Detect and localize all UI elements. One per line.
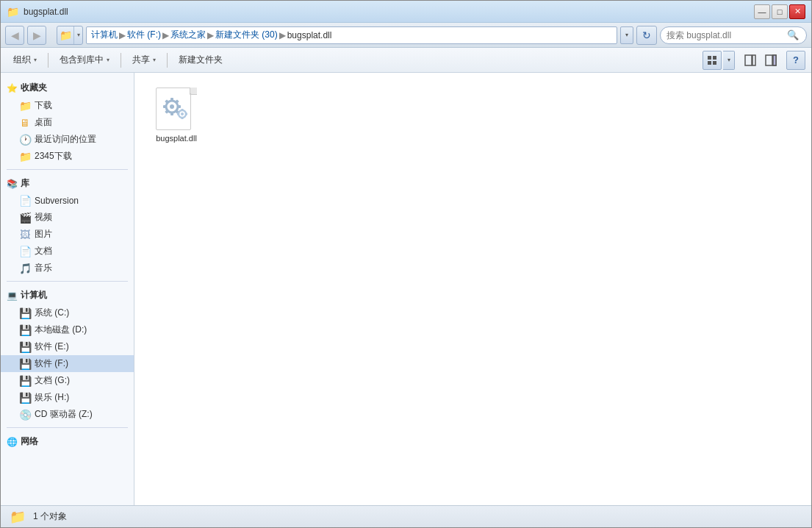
refresh-button[interactable]: ↻ xyxy=(636,26,657,45)
h-drive-icon: 💾 xyxy=(18,392,32,404)
svg-rect-22 xyxy=(182,117,184,119)
file-item-bugsplat[interactable]: bugsplat.dll xyxy=(143,82,209,148)
2345download-icon: 📁 xyxy=(18,151,32,163)
breadcrumb-folder2[interactable]: 新建文件夹 (30) xyxy=(215,29,278,41)
organize-dropdown-icon: ▾ xyxy=(34,57,37,63)
breadcrumb-computer[interactable]: 计算机 xyxy=(91,29,118,41)
breadcrumb-sep-4: ▶ xyxy=(279,30,286,40)
sidebar-item-music[interactable]: 🎵 音乐 xyxy=(1,260,134,277)
search-box[interactable]: 🔍 xyxy=(660,26,807,44)
view-dropdown-button[interactable]: ▾ xyxy=(723,51,735,70)
sidebar-item-video[interactable]: 🎬 视频 xyxy=(1,209,134,226)
svg-rect-13 xyxy=(163,105,166,108)
favorites-section: ⭐ 收藏夹 📁 下载 🖥 桌面 🕐 最近访问的位置 📁 2345下载 xyxy=(1,79,134,165)
sidebar-item-e-drive-label: 软件 (E:) xyxy=(35,340,69,353)
new-folder-button[interactable]: 新建文件夹 xyxy=(172,51,229,70)
content-area[interactable]: bugsplat.dll xyxy=(134,73,811,505)
view-buttons: ▾ ? xyxy=(703,51,805,70)
address-dropdown-button[interactable]: ▾ xyxy=(620,26,633,44)
sidebar-item-2345download[interactable]: 📁 2345下载 xyxy=(1,148,134,165)
breadcrumb-bar[interactable]: 计算机 ▶ 软件 (F:) ▶ 系统之家 ▶ 新建文件夹 (30) ▶ bugs… xyxy=(86,26,617,44)
sidebar-item-pictures[interactable]: 🖼 图片 xyxy=(1,226,134,243)
maximize-button[interactable]: □ xyxy=(772,4,788,19)
share-button[interactable]: 共享 ▾ xyxy=(126,51,162,70)
svg-rect-6 xyxy=(766,55,772,65)
sidebar-item-g-drive[interactable]: 💾 文档 (G:) xyxy=(1,372,134,389)
status-count-text: 1 个对象 xyxy=(33,510,67,523)
sidebar-item-d-drive[interactable]: 💾 本地磁盘 (D:) xyxy=(1,321,134,338)
help-button[interactable]: ? xyxy=(786,51,805,70)
search-input[interactable] xyxy=(667,30,786,40)
library-icon: 📚 xyxy=(7,179,18,189)
sidebar-item-2345download-label: 2345下载 xyxy=(35,150,72,163)
e-drive-icon: 💾 xyxy=(18,341,32,353)
svg-rect-4 xyxy=(745,55,752,65)
file-name-bugsplat: bugsplat.dll xyxy=(156,134,197,143)
sidebar-item-recent[interactable]: 🕐 最近访问的位置 xyxy=(1,131,134,148)
library-header: 📚 库 xyxy=(1,174,134,193)
svg-rect-23 xyxy=(177,113,179,115)
sidebar-item-desktop-label: 桌面 xyxy=(35,116,52,129)
sidebar-item-z-drive[interactable]: 💿 CD 驱动器 (Z:) xyxy=(1,406,134,423)
status-folder-icon: 📁 xyxy=(10,509,26,525)
music-icon: 🎵 xyxy=(18,263,32,274)
svg-point-10 xyxy=(170,104,174,109)
sidebar-item-c-drive[interactable]: 💾 系统 (C:) xyxy=(1,304,134,321)
z-drive-icon: 💿 xyxy=(18,409,32,421)
sidebar-item-c-drive-label: 系统 (C:) xyxy=(35,307,69,319)
back-button[interactable]: ◀ xyxy=(5,26,24,45)
favorites-header: ⭐ 收藏夹 xyxy=(1,79,134,97)
main-area: ⭐ 收藏夹 📁 下载 🖥 桌面 🕐 最近访问的位置 📁 2345下载 xyxy=(1,73,811,505)
breadcrumb-drive[interactable]: 软件 (F:) xyxy=(127,29,161,41)
sidebar-item-subversion[interactable]: 📄 Subversion xyxy=(1,193,134,209)
sidebar-item-desktop[interactable]: 🖥 桌面 xyxy=(1,114,134,131)
svg-point-20 xyxy=(181,113,184,115)
preview-view-button[interactable] xyxy=(703,51,722,70)
breadcrumb-current: bugsplat.dll xyxy=(287,30,332,40)
sidebar-item-e-drive[interactable]: 💾 软件 (E:) xyxy=(1,338,134,355)
share-label: 共享 xyxy=(132,54,150,66)
svg-rect-24 xyxy=(185,113,187,115)
preview-pane-button[interactable] xyxy=(741,51,760,70)
computer-section: 💻 计算机 💾 系统 (C:) 💾 本地磁盘 (D:) 💾 软件 (E:) 💾 xyxy=(1,286,134,423)
file-icon-wrapper xyxy=(154,87,198,131)
search-icon[interactable]: 🔍 xyxy=(786,28,800,43)
breadcrumb-sep-1: ▶ xyxy=(119,30,126,40)
video-icon: 🎬 xyxy=(18,212,32,224)
minimize-button[interactable]: — xyxy=(754,4,770,19)
sidebar: ⭐ 收藏夹 📁 下载 🖥 桌面 🕐 最近访问的位置 📁 2345下载 xyxy=(1,73,134,505)
close-button[interactable]: ✕ xyxy=(789,4,805,19)
sidebar-item-f-drive[interactable]: 💾 软件 (F:) xyxy=(1,355,134,372)
recent-locations-button[interactable]: 📁 ▾ xyxy=(57,26,83,45)
sidebar-item-z-drive-label: CD 驱动器 (Z:) xyxy=(35,408,93,421)
sidebar-item-h-drive[interactable]: 💾 娱乐 (H:) xyxy=(1,389,134,406)
forward-button[interactable]: ▶ xyxy=(27,26,46,45)
sidebar-item-documents[interactable]: 📄 文档 xyxy=(1,243,134,260)
sidebar-item-g-drive-label: 文档 (G:) xyxy=(35,374,70,387)
details-pane-button[interactable] xyxy=(761,51,780,70)
library-section: 📚 库 📄 Subversion 🎬 视频 🖼 图片 📄 文档 xyxy=(1,174,134,277)
sidebar-item-subversion-label: Subversion xyxy=(35,196,79,206)
sidebar-item-video-label: 视频 xyxy=(35,211,52,224)
network-header: 🌐 网络 xyxy=(1,432,134,451)
breadcrumb-sep-2: ▶ xyxy=(162,30,169,40)
computer-header-icon: 💻 xyxy=(7,290,18,301)
share-dropdown-icon: ▾ xyxy=(153,57,156,63)
window-folder-icon: 📁 xyxy=(7,6,19,18)
svg-rect-8 xyxy=(773,55,776,65)
sidebar-div-3 xyxy=(7,427,128,428)
toolbar-separator-3 xyxy=(167,53,168,68)
statusbar: 📁 1 个对象 xyxy=(1,505,811,527)
d-drive-icon: 💾 xyxy=(18,324,32,336)
favorites-label: 收藏夹 xyxy=(21,82,47,94)
sidebar-item-download[interactable]: 📁 下载 xyxy=(1,97,134,114)
network-label: 网络 xyxy=(21,435,38,448)
organize-label: 组织 xyxy=(13,54,31,66)
toolbar-separator-1 xyxy=(48,53,48,68)
sidebar-item-documents-label: 文档 xyxy=(35,245,52,257)
include-in-library-button[interactable]: 包含到库中 ▾ xyxy=(53,51,116,70)
svg-rect-5 xyxy=(752,55,755,65)
breadcrumb-folder1[interactable]: 系统之家 xyxy=(170,29,206,41)
library-dropdown-icon: ▾ xyxy=(107,57,109,63)
organize-button[interactable]: 组织 ▾ xyxy=(7,51,43,70)
